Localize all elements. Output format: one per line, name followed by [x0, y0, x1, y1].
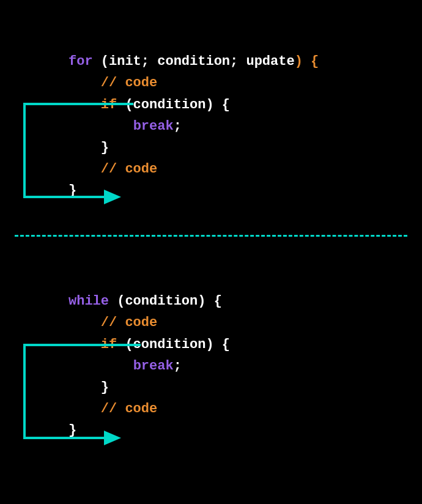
while-if-close: }	[101, 380, 109, 395]
while-cond: (condition) {	[109, 294, 222, 309]
while-keyword: while	[68, 294, 109, 309]
for-loop-code: for (init; condition; update) { // code …	[68, 29, 319, 202]
while-if-cond: (condition) {	[117, 337, 230, 352]
while-break-semi: ;	[174, 358, 182, 374]
for-init: init; condition; update	[109, 54, 295, 69]
for-if-close: }	[101, 140, 109, 155]
while-loop-code: while (condition) { // code if (conditio…	[68, 269, 230, 442]
while-comment2: // code	[101, 401, 157, 417]
for-if-cond: (condition) {	[117, 97, 230, 113]
for-keyword: for	[68, 54, 93, 69]
for-if-keyword: if	[101, 97, 117, 113]
for-break-keyword: break	[133, 119, 174, 134]
for-comment2: // code	[101, 161, 157, 177]
while-break-keyword: break	[133, 358, 174, 374]
while-close-brace: }	[68, 423, 76, 438]
for-break-semi: ;	[174, 119, 182, 134]
for-paren-open: (	[93, 54, 109, 69]
while-comment1: // code	[101, 315, 157, 330]
for-close-brace: }	[68, 183, 76, 198]
while-if-keyword: if	[101, 337, 117, 352]
for-comment1: // code	[101, 75, 157, 91]
section-divider	[15, 235, 407, 237]
for-paren-close: ) {	[295, 54, 319, 69]
